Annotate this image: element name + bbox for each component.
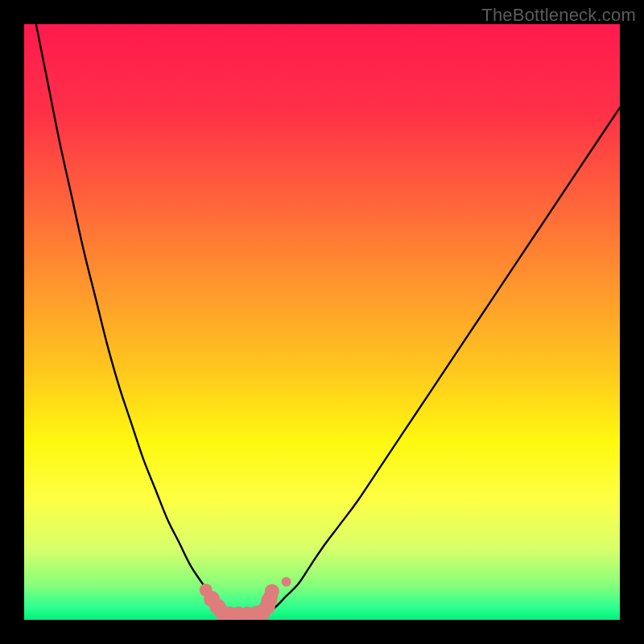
marker-group-isolated-point [282, 577, 291, 587]
watermark-text: TheBottleneck.com [481, 5, 636, 26]
plot-area [24, 24, 620, 620]
gradient-background [24, 24, 620, 620]
marker-point [265, 584, 279, 598]
marker-point [282, 577, 291, 587]
chart-svg [24, 24, 620, 620]
chart-frame: TheBottleneck.com [0, 0, 644, 644]
